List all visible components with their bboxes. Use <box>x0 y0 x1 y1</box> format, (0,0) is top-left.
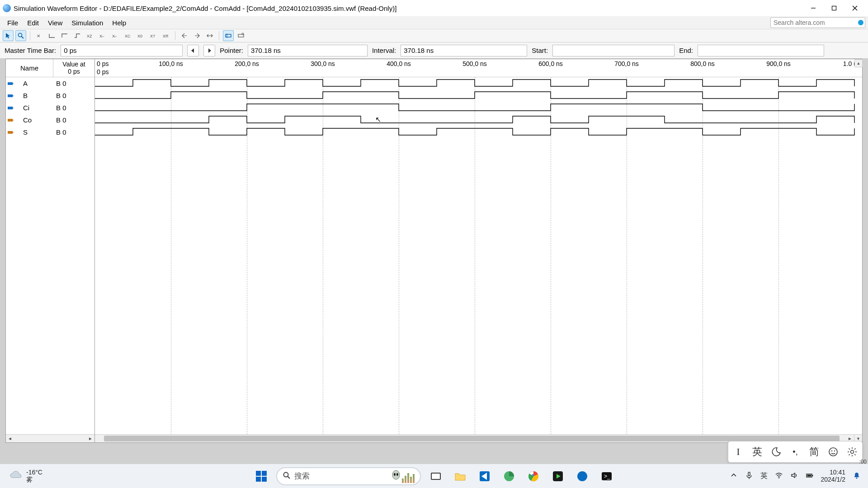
ime-punct-icon[interactable]: •, <box>789 447 802 457</box>
force-dc-button[interactable]: X? <box>148 30 159 41</box>
signal-row[interactable]: CoB 0 <box>6 114 94 126</box>
force-weak-high-button[interactable]: X⌐ <box>110 30 121 41</box>
altera-search[interactable] <box>770 17 865 28</box>
snap-grid-button[interactable] <box>204 30 215 41</box>
menu-file[interactable]: File <box>3 18 23 28</box>
taskview-button[interactable] <box>426 467 445 486</box>
quartus-icon[interactable] <box>573 467 592 486</box>
signal-dir-icon <box>6 80 15 87</box>
tray-chevron-up-icon[interactable] <box>730 471 738 481</box>
media-player-icon[interactable] <box>548 467 567 486</box>
run-functional-sim-button[interactable] <box>223 30 234 41</box>
interval-input[interactable] <box>401 45 527 56</box>
toolbar-separator <box>175 31 175 40</box>
end-input[interactable] <box>698 45 824 56</box>
force-invert-button[interactable] <box>72 30 83 41</box>
ime-moon-icon[interactable] <box>770 446 783 457</box>
svg-text:X⌐: X⌐ <box>99 34 104 38</box>
close-button[interactable] <box>844 0 865 16</box>
wave-vscroll-up[interactable]: ▲ <box>854 59 863 67</box>
svg-point-59 <box>577 471 587 481</box>
toolbar-separator <box>219 31 219 40</box>
svg-point-50 <box>396 473 398 476</box>
menu-view[interactable]: View <box>43 18 67 28</box>
terminal-icon[interactable]: >_ <box>597 467 616 486</box>
tray-wifi-icon[interactable] <box>775 471 783 481</box>
chrome-icon[interactable] <box>524 467 543 486</box>
force-random-button[interactable]: XR <box>160 30 171 41</box>
waveform-trace <box>95 77 855 138</box>
force-clock-button[interactable]: X0 <box>135 30 146 41</box>
svg-text:X0: X0 <box>137 34 142 38</box>
tray-volume-icon[interactable] <box>790 471 798 481</box>
svg-line-40 <box>854 449 855 450</box>
tray-clock[interactable]: 10:41 2024/1/2 <box>821 469 846 483</box>
signal-row[interactable]: SB 0 <box>6 126 94 138</box>
maximize-button[interactable] <box>824 0 844 16</box>
taskbar-search[interactable]: 搜索 <box>276 467 421 485</box>
ime-floating-bar[interactable]: I 英 •, 简 :00 <box>728 441 863 463</box>
zoom-tool-button[interactable] <box>15 30 26 41</box>
ime-settings-icon[interactable] <box>846 446 859 457</box>
menu-edit[interactable]: Edit <box>23 18 43 28</box>
signal-dir-icon <box>6 93 15 99</box>
signal-row[interactable]: CiB 0 <box>6 102 94 114</box>
start-input[interactable] <box>552 45 675 56</box>
snap-right-button[interactable] <box>192 30 203 41</box>
force-z-button[interactable]: XZ <box>85 30 95 41</box>
signal-name: Co <box>15 116 53 124</box>
tray-battery-icon[interactable] <box>806 471 814 481</box>
file-explorer-button[interactable] <box>451 467 470 486</box>
menu-simulation[interactable]: Simulation <box>67 18 108 28</box>
scroll-right-icon[interactable]: ► <box>86 435 94 442</box>
toolbar: ✕ XZ X⌐ X⌐ XC X0 X? XR <box>0 29 868 42</box>
scroll-left-icon[interactable]: ◄ <box>6 435 14 442</box>
ime-simplified-toggle[interactable]: 简 <box>808 445 821 459</box>
vscode-icon[interactable] <box>475 467 494 486</box>
master-time-next-button[interactable] <box>203 45 215 56</box>
snap-left-button[interactable] <box>179 30 190 41</box>
ime-lang-toggle[interactable]: 英 <box>751 445 764 459</box>
column-value-header[interactable]: Value at 0 ps <box>53 59 94 77</box>
force-unknown-button[interactable]: ✕ <box>34 30 45 41</box>
weather-cloud-icon <box>9 469 23 484</box>
edge-icon[interactable] <box>500 467 519 486</box>
search-go-icon[interactable] <box>858 20 863 25</box>
altera-search-input[interactable] <box>770 17 865 28</box>
menu-help[interactable]: Help <box>108 18 131 28</box>
signal-name: A <box>15 80 53 87</box>
pointer-input[interactable] <box>248 45 368 56</box>
signal-list-pane: Name Value at 0 ps AB 0BB 0CiB 0CoB 0SB … <box>6 59 95 442</box>
taskbar-weather[interactable]: -16°C 雾 <box>9 469 136 484</box>
force-high-button[interactable] <box>59 30 70 41</box>
signal-value: B 0 <box>53 116 94 124</box>
signal-list-hscrollbar[interactable]: ◄ ► <box>6 434 94 442</box>
svg-rect-22 <box>8 94 12 97</box>
tray-notifications-icon[interactable] <box>853 471 861 481</box>
ime-emoji-icon[interactable] <box>827 446 840 457</box>
force-count-button[interactable]: XC <box>123 30 133 41</box>
minimize-button[interactable] <box>803 0 824 16</box>
weather-cond: 雾 <box>26 476 42 483</box>
tray-lang[interactable]: 英 <box>760 471 768 481</box>
start-button[interactable] <box>252 467 271 486</box>
pointer-tool-button[interactable] <box>3 30 14 41</box>
master-time-prev-button[interactable] <box>187 45 199 56</box>
column-name-header[interactable]: Name <box>6 59 53 77</box>
signal-row[interactable]: AB 0 <box>6 77 94 89</box>
time-ruler[interactable]: 0 ps 0 ps 1.0 us ▲ 100,0 ns200,0 ns300,0… <box>95 59 862 77</box>
svg-rect-20 <box>8 82 12 85</box>
svg-rect-24 <box>8 107 12 109</box>
svg-line-5 <box>22 37 24 39</box>
master-time-input[interactable] <box>61 45 183 56</box>
force-weak-low-button[interactable]: X⌐ <box>97 30 108 41</box>
svg-line-39 <box>854 454 855 455</box>
signal-row[interactable]: BB 0 <box>6 89 94 102</box>
run-timing-sim-button[interactable] <box>236 30 246 41</box>
signal-list-header: Name Value at 0 ps <box>6 59 94 77</box>
hscroll-thumb[interactable] <box>104 436 840 441</box>
waveform-canvas[interactable]: ↖ <box>95 77 862 434</box>
force-low-button[interactable] <box>47 30 57 41</box>
ime-cursor-icon[interactable]: I <box>732 446 745 458</box>
tray-mic-icon[interactable] <box>745 471 753 481</box>
